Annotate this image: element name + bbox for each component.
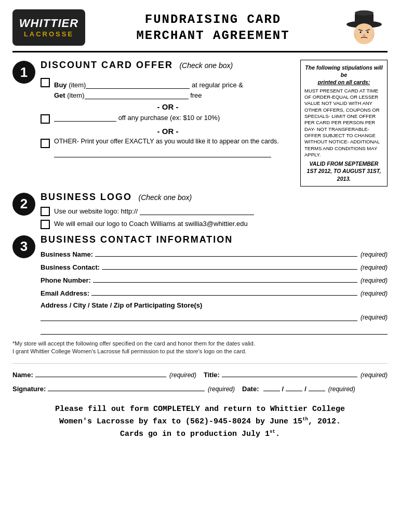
title-field[interactable] [222, 369, 357, 377]
sig-field[interactable] [48, 383, 205, 391]
section3: 3 BUSINESS CONTACT INFORMATION Business … [12, 234, 388, 335]
section2: 2 BUSINESS LOGO (Check one box) Use our … [12, 192, 388, 229]
disclaimer: *My store will accept the following offe… [12, 340, 388, 356]
business-name-field[interactable] [95, 248, 357, 257]
sig-label: Signature: [12, 385, 46, 393]
section3-number: 3 [12, 235, 35, 258]
checkbox-option2[interactable] [41, 114, 50, 124]
date-year[interactable] [309, 383, 325, 391]
business-name-label: Business Name: [41, 250, 93, 258]
stip-valid: VALID FROM SEPTEMBER 1ST 2012, TO AUGUST… [304, 160, 383, 182]
section2-title: BUSINESS LOGO [41, 192, 132, 202]
whittier-logo: WHITTIER LACROSSE [12, 9, 85, 46]
name-field[interactable] [35, 369, 166, 377]
checkbox-logo1[interactable] [41, 207, 50, 216]
stip-bold: printed on all cards: [304, 78, 383, 86]
mascot-svg [343, 10, 385, 45]
sig-group: Signature: (required) [12, 383, 235, 393]
section2-number: 2 [12, 193, 35, 216]
address-field2[interactable] [41, 326, 388, 335]
stip-body: MUST PRESENT CARD AT TIME OF ORDER-EQUAL… [304, 88, 383, 158]
title-group: Title: (required) [204, 369, 388, 379]
svg-point-3 [354, 23, 375, 44]
date-group: Date: / / (required) [242, 383, 388, 393]
option3-text: OTHER- Print your offer EXACTLY as you w… [54, 138, 295, 145]
logo-option2-row: We will email our logo to Coach Williams… [41, 219, 388, 229]
business-name-row: Business Name: (required) [41, 248, 388, 258]
name-label: Name: [12, 371, 33, 379]
address-field1[interactable] [41, 313, 357, 321]
contact-form: Business Name: (required) Business Conta… [41, 248, 388, 335]
option3-row: OTHER- Print your offer EXACTLY as you w… [41, 138, 295, 148]
date-month[interactable] [263, 383, 280, 391]
section3-content: BUSINESS CONTACT INFORMATION Business Na… [41, 234, 388, 335]
option1-text: Buy (item) at regular price & [54, 81, 243, 89]
option2-field[interactable] [54, 113, 116, 122]
title-label: Title: [204, 371, 220, 379]
date-required: (required) [328, 385, 355, 393]
name-required: (required) [169, 371, 196, 379]
name-group: Name: (required) [12, 369, 196, 379]
section1: 1 DISCOUNT CARD OFFER (Check one box) [12, 60, 388, 187]
signature-section: Name: (required) Title: (required) Signa… [12, 363, 388, 393]
disclaimer-line2: I grant Whittier College Women's Lacross… [12, 348, 388, 355]
footer-line2: Women's Lacrosse by fax to (562)-945-802… [12, 416, 388, 428]
checkbox-logo2[interactable] [41, 220, 50, 229]
phone-required: (required) [361, 277, 388, 284]
email-row: Email Address: (required) [41, 287, 388, 297]
date-label: Date: [242, 385, 259, 393]
logo-options: Use our website logo: http:// We will em… [41, 206, 388, 229]
section3-title: BUSINESS CONTACT INFORMATION [41, 234, 233, 245]
disclaimer-line1: *My store will accept the following offe… [12, 340, 388, 348]
svg-point-6 [359, 31, 362, 33]
option3-field[interactable] [54, 150, 271, 157]
stipulations-box: The following stipulations will be print… [300, 60, 388, 187]
section1-number: 1 [12, 61, 35, 84]
phone-field[interactable] [93, 274, 357, 283]
svg-point-2 [355, 10, 374, 16]
option1-buy-field[interactable] [86, 81, 190, 89]
section1-subtitle: (Check one box) [179, 61, 233, 70]
address-label: Address / City / State / Zip of Particip… [41, 301, 202, 309]
option2-row: off any purchase (ex: $10 or 10%) [41, 113, 295, 124]
sig-row2: Signature: (required) Date: / / (require… [12, 383, 388, 393]
title-required: (required) [361, 371, 388, 379]
business-contact-field[interactable] [102, 261, 357, 270]
address-required: (required) [361, 314, 388, 321]
footer-line3: Cards go in to production July 1st. [12, 428, 388, 441]
or-divider-2: - OR - [41, 127, 295, 136]
or-divider-1: - OR - [41, 102, 295, 111]
business-contact-label: Business Contact: [41, 263, 100, 271]
email-field[interactable] [91, 287, 357, 296]
section2-heading: BUSINESS LOGO (Check one box) [41, 192, 388, 203]
logo-url-field[interactable] [140, 207, 254, 215]
phone-label: Phone Number: [41, 276, 91, 284]
section1-content: DISCOUNT CARD OFFER (Check one box) Buy … [41, 60, 388, 187]
logo-option2-text: We will email our logo to Coach Williams… [54, 220, 248, 228]
sig-row1: Name: (required) Title: (required) [12, 369, 388, 379]
email-label: Email Address: [41, 289, 89, 297]
option1-get-text: Get (item) free [54, 91, 243, 99]
option1-row: Buy (item) at regular price & Get (item)… [41, 75, 295, 99]
phone-row: Phone Number: (required) [41, 274, 388, 284]
logo-option1-text: Use our website logo: http:// [54, 207, 254, 215]
section1-heading: DISCOUNT CARD OFFER (Check one box) [41, 60, 295, 71]
header: WHITTIER LACROSSE FUNDRAISING CARD MERCH… [12, 9, 388, 52]
option1-get-field[interactable] [85, 91, 189, 99]
email-required: (required) [361, 290, 388, 297]
logo-lacrosse-text: LACROSSE [24, 30, 74, 38]
page-title: FUNDRAISING CARD MERCHANT AGREEMENT [85, 11, 341, 44]
date-day[interactable] [286, 383, 302, 391]
footer: Please fill out form COMPLETELY and retu… [12, 403, 388, 441]
option2-text: off any purchase (ex: $10 or 10%) [54, 113, 295, 122]
checkbox-option3[interactable] [41, 139, 50, 148]
svg-point-7 [367, 31, 369, 33]
business-contact-row: Business Contact: (required) [41, 261, 388, 271]
section2-subtitle: (Check one box) [138, 193, 192, 202]
logo-option1-row: Use our website logo: http:// [41, 206, 388, 216]
checkbox-option1[interactable] [41, 78, 50, 87]
date-fields: / / [263, 383, 325, 393]
stip-title: The following stipulations will be [304, 64, 383, 78]
svg-point-10 [363, 34, 366, 36]
address-section: Address / City / State / Zip of Particip… [41, 300, 388, 335]
